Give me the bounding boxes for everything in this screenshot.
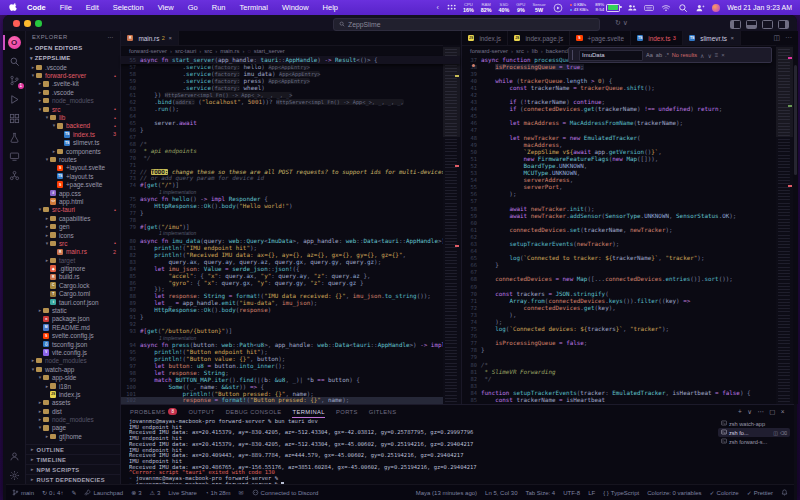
panel-action-icon[interactable]: ⋯ bbox=[757, 408, 764, 416]
tree-item[interactable]: CCargo.lock bbox=[26, 281, 120, 289]
close-window-button[interactable] bbox=[13, 20, 20, 27]
toggle-panel-icon[interactable] bbox=[746, 20, 757, 29]
play-circle-icon[interactable] bbox=[553, 3, 563, 13]
tree-item[interactable]: ▾src-tauri• bbox=[26, 206, 120, 214]
status-item-connected-to-discord[interactable]: Connected to Discord bbox=[252, 489, 319, 497]
status-item-3[interactable]: ⊗3 bbox=[131, 489, 141, 496]
toggle-editor-icon[interactable] bbox=[762, 20, 773, 29]
collapse-chevron-icon[interactable]: ‹ bbox=[437, 4, 439, 11]
codelens-label[interactable]: 1 implementation bbox=[140, 190, 196, 195]
tree-item[interactable]: Ssvelte.config.js bbox=[26, 332, 120, 340]
tree-item[interactable]: Vvite.config.js bbox=[26, 348, 120, 356]
sync-dropdown-icon[interactable]: ↻ ∨ bbox=[615, 19, 628, 27]
panel-tab-ports[interactable]: PORTS bbox=[336, 405, 358, 418]
tree-item[interactable]: ▾src• bbox=[26, 239, 120, 247]
breadcrumb-item[interactable]: forward-server bbox=[129, 48, 167, 54]
tree-item[interactable]: ▸dist bbox=[26, 407, 120, 415]
status-item-lf[interactable]: LF bbox=[588, 490, 595, 496]
tree-item[interactable]: ▸.vscode bbox=[26, 63, 120, 71]
panel-tab-terminal[interactable]: TERMINAL bbox=[292, 405, 325, 418]
tree-item[interactable]: ttauri.conf.json bbox=[26, 298, 120, 306]
status-item-0-4-[interactable]: ↻0↓ 4↑ bbox=[42, 489, 63, 496]
people-icon[interactable] bbox=[627, 3, 637, 13]
status-item-1h-28m[interactable]: ◔1h 28m bbox=[205, 490, 231, 496]
tree-item[interactable]: ▸.vscode bbox=[26, 88, 120, 96]
tree-item[interactable]: Rbuild.rs bbox=[26, 273, 120, 281]
open-editors-section[interactable]: ▸OPEN EDITORS bbox=[26, 43, 120, 53]
status-item-utf-8[interactable]: UTF-8 bbox=[563, 490, 580, 496]
tree-item[interactable]: ▸node_modules bbox=[26, 97, 120, 105]
activity-bar-item-settings[interactable] bbox=[3, 466, 25, 485]
tree-item[interactable]: {}tsconfig.json bbox=[26, 340, 120, 348]
left-minimap[interactable] bbox=[443, 45, 460, 404]
codelens-label[interactable]: 1 implementation bbox=[140, 336, 196, 341]
menu-help[interactable]: Help bbox=[316, 0, 345, 15]
find-next-icon[interactable]: ∨ bbox=[707, 52, 711, 59]
split-editor-icon[interactable]: ◫ bbox=[773, 34, 780, 42]
tab-close-icon[interactable]: × bbox=[168, 35, 172, 41]
menu-window[interactable]: Window bbox=[275, 0, 316, 15]
right-code-area[interactable]: 37async function processQueue() {38 isPr… bbox=[462, 56, 798, 405]
tree-item[interactable]: ▸gen bbox=[26, 222, 120, 230]
right-scrollbar[interactable] bbox=[793, 45, 798, 404]
user-switcher-icon[interactable] bbox=[695, 3, 705, 13]
tree-item[interactable]: ▸static bbox=[26, 306, 120, 314]
sidebar-section-outline[interactable]: ▸OUTLINE bbox=[26, 444, 120, 454]
tree-item[interactable]: MREADME.md bbox=[26, 323, 120, 331]
regex-icon[interactable]: .* bbox=[665, 52, 669, 58]
status-item-colorize-0-variables[interactable]: Colorize: 0 variables bbox=[647, 490, 701, 496]
find-input[interactable] bbox=[579, 50, 643, 61]
menu-terminal[interactable]: Terminal bbox=[233, 0, 275, 15]
keyboard-icon[interactable] bbox=[644, 3, 654, 13]
tree-item[interactable]: ▸.svelte-kit bbox=[26, 80, 120, 88]
apple-menu-icon[interactable] bbox=[6, 3, 20, 12]
tree-item[interactable]: ▸icons bbox=[26, 231, 120, 239]
panel-tab-output[interactable]: OUTPUT bbox=[188, 405, 214, 418]
breadcrumb-item[interactable]: src bbox=[516, 48, 524, 54]
wifi-icon[interactable] bbox=[661, 3, 671, 13]
menubar-clock[interactable]: Wed 21 Jan 9:23 AM bbox=[727, 4, 792, 11]
breadcrumb-item[interactable]: src-tauri bbox=[175, 48, 196, 54]
activity-bar-item-remote[interactable] bbox=[3, 147, 25, 166]
maximize-window-button[interactable] bbox=[35, 20, 42, 27]
editor-tab[interactable]: TSindex.ts3 bbox=[631, 31, 683, 45]
tree-item[interactable]: TSslimevr.ts bbox=[26, 139, 120, 147]
panel-tab-debug-console[interactable]: DEBUG CONSOLE bbox=[226, 405, 282, 418]
left-breadcrumb[interactable]: forward-server›src-tauri›src›main.rs›◌st… bbox=[121, 46, 460, 56]
kill-terminal-icon[interactable]: ⌫ bbox=[780, 430, 787, 436]
status-item-launchpad[interactable]: Launchpad bbox=[84, 489, 123, 497]
status-item[interactable] bbox=[781, 489, 788, 497]
editor-tab[interactable]: S+page.svelte bbox=[570, 31, 631, 45]
editor-tab[interactable]: JSindex.js bbox=[462, 31, 508, 45]
tree-item[interactable]: ▾routes bbox=[26, 155, 120, 163]
panel-action-icon[interactable]: × bbox=[781, 408, 785, 415]
explorer-more-actions-icon[interactable]: ⋯ bbox=[108, 34, 114, 40]
more-actions-icon[interactable]: ⋯ bbox=[785, 34, 792, 42]
breadcrumb-item[interactable]: start_server bbox=[254, 48, 285, 54]
workspace-section[interactable]: ▾ZEPPSLIME bbox=[26, 53, 120, 63]
right-minimap[interactable] bbox=[776, 45, 793, 404]
activity-bar-item-search[interactable] bbox=[3, 52, 25, 71]
tree-item[interactable]: ▾app-side bbox=[26, 373, 120, 381]
tree-item[interactable]: ▾watch-app bbox=[26, 365, 120, 373]
tree-item[interactable]: #app.css bbox=[26, 189, 120, 197]
breadcrumb-item[interactable]: backend bbox=[546, 48, 568, 54]
spotlight-search-icon[interactable] bbox=[678, 3, 688, 13]
left-code-area[interactable]: 57 .service(factory: hello) App<AppEntry… bbox=[121, 64, 460, 405]
tree-item[interactable]: TSindex.ts3 bbox=[26, 130, 120, 138]
tree-item[interactable]: ▸node_modules bbox=[26, 415, 120, 423]
battery-status[interactable]: 89% 8:54 bbox=[595, 3, 620, 13]
panel-action-icon[interactable]: ∨ bbox=[747, 408, 752, 416]
activity-bar-item-debug[interactable] bbox=[3, 90, 25, 109]
tree-item[interactable]: S+page.svelte bbox=[26, 180, 120, 188]
menubar-stat[interactable]: SSD40% bbox=[499, 3, 510, 12]
menubar-stat[interactable]: Sensor5W bbox=[532, 3, 545, 12]
activity-bar-item-logo[interactable]: O bbox=[3, 33, 25, 52]
menu-run[interactable]: Run bbox=[205, 0, 233, 15]
editor-tab[interactable]: JSindex.page.js bbox=[508, 31, 570, 45]
breadcrumb-item[interactable]: lib bbox=[532, 48, 538, 54]
tree-item[interactable]: ▾backend• bbox=[26, 122, 120, 130]
sidebar-section-timeline[interactable]: ▸TIMELINE bbox=[26, 454, 120, 464]
tree-item[interactable]: ◆.gitignore bbox=[26, 264, 120, 272]
menu-file[interactable]: File bbox=[53, 0, 79, 15]
